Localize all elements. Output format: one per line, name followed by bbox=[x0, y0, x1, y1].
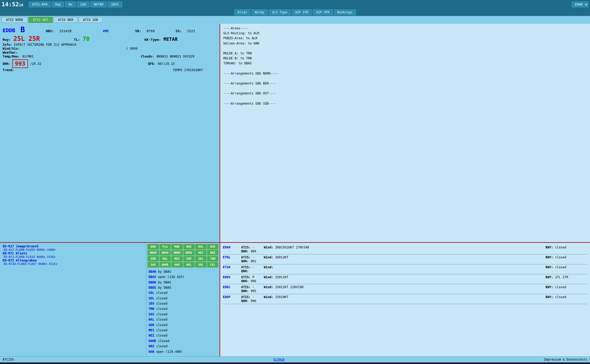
grid-btn-ose[interactable]: OSE bbox=[207, 244, 219, 249]
grid-btn-hrz[interactable]: HRZ bbox=[207, 250, 219, 255]
grid-btn-dbbn[interactable]: DBBN bbox=[171, 250, 183, 255]
grid-status-value: open (126.425) bbox=[156, 275, 184, 279]
nav-atis-afw[interactable]: ATIS-AFW bbox=[29, 2, 51, 7]
grid-status-name: CEL bbox=[149, 291, 154, 295]
nav-notam[interactable]: NOTAM bbox=[90, 2, 107, 7]
grid-status-name: DBAN bbox=[149, 270, 156, 274]
nav-idvs[interactable]: IDVS bbox=[108, 2, 122, 7]
clock-hours: 14 bbox=[2, 1, 9, 8]
weather-label: Weather: bbox=[3, 51, 18, 54]
grid-status-value: by DBAS bbox=[156, 281, 171, 284]
clouds-value: BKN015 BKN021 OVC029 bbox=[157, 55, 195, 58]
grid-btn-sol[interactable]: SOL bbox=[195, 262, 207, 268]
grid-btn-trn[interactable]: TRN bbox=[207, 256, 219, 261]
info-panel: ----Areas----GLX-Routing: to ALRPOBZU-Ar… bbox=[220, 24, 590, 242]
footer-github-link[interactable]: GitHub bbox=[273, 358, 285, 361]
nav-map[interactable]: Map bbox=[52, 2, 64, 7]
grid-status-value: by DBAS bbox=[156, 286, 171, 289]
grid-btn-sal[interactable]: SAL bbox=[195, 256, 207, 261]
sector-selector[interactable]: EDWW bbox=[572, 2, 588, 7]
grid-btn-hrz[interactable]: HRZ bbox=[183, 244, 195, 249]
grid-status-value: closed bbox=[154, 312, 168, 316]
grid-btn-hame[interactable]: HAME bbox=[160, 262, 171, 268]
station-rwy: RWY: closed bbox=[546, 295, 587, 299]
tab-atis-nord[interactable]: ATIS NORD bbox=[2, 17, 27, 23]
grid-btn-hei[interactable]: HEI bbox=[195, 250, 207, 255]
footer: ATCISS GitHub Impressum & Datenschutz bbox=[0, 356, 590, 362]
grid-status-value: closed bbox=[154, 307, 168, 311]
ss-value: 1521 bbox=[187, 29, 195, 33]
grid-btn-flg[interactable]: FLG bbox=[160, 244, 171, 249]
obs-label: OBS: bbox=[46, 29, 54, 33]
station-info: ATIS: - Wind: 36012KTQNH: 992 bbox=[241, 255, 543, 263]
station-atis-row: ATIS: - Wind: bbox=[241, 265, 543, 269]
grid-status-name: HAL bbox=[149, 318, 154, 321]
grid-status-item: HAN open (119.490) bbox=[149, 349, 217, 354]
station-info: ATIS: - Wind: QNH: bbox=[241, 265, 543, 273]
atis-letter: B bbox=[20, 25, 25, 34]
windvis-value: / 9999 bbox=[126, 47, 137, 50]
station-atis-row: ATIS: P Wind: 25011KT bbox=[241, 275, 543, 279]
qnh-label: QNH: bbox=[3, 62, 10, 66]
info-line: TORGAU: to DBAS bbox=[223, 61, 587, 66]
grid-btn-han[interactable]: HAN bbox=[171, 262, 183, 268]
info-line: ----Areas---- bbox=[223, 26, 587, 31]
grid-btn-dbds[interactable]: DBDS bbox=[183, 250, 195, 255]
route-detail: ED-R17:FL060-FL059 0600z-1600z bbox=[4, 248, 144, 252]
grid-btn-hal[interactable]: HAL bbox=[160, 256, 171, 261]
clouds-label: Clouds: bbox=[141, 55, 154, 58]
routes-panel: ED-R17 JaegerbrueckED-R17:FL060-FL059 06… bbox=[0, 243, 146, 356]
grid-btn-spe[interactable]: SPE bbox=[183, 256, 195, 261]
info-line bbox=[223, 66, 587, 71]
station-row: EDDCATIS: - Wind: 25012KT 220V290QNH: 99… bbox=[223, 284, 587, 294]
grid-status-value: closed bbox=[154, 323, 168, 327]
grid-status-item: GER closed bbox=[149, 322, 217, 328]
station-rwy: RWY: closed bbox=[546, 265, 587, 269]
grid-btn-cel[interactable]: CEL bbox=[207, 262, 219, 268]
info-line bbox=[223, 76, 587, 81]
nav-wx[interactable]: Wx bbox=[65, 2, 76, 7]
grid-buttons: BORFLGMARHRZHVLOSEDBANDBASDBBNDBDSHEIHRZ… bbox=[148, 244, 218, 268]
stations-panel: EDAHATIS: - Wind: 36015G26KT 270V340QNH:… bbox=[220, 243, 590, 356]
info-line: MULDE A: to TRN bbox=[223, 51, 587, 56]
grid-btn-hol[interactable]: HOL bbox=[183, 262, 195, 268]
grid-btn-dbas[interactable]: DBAS bbox=[160, 250, 171, 255]
grid-status-value: closed bbox=[154, 344, 168, 348]
grid-btn-dban[interactable]: DBAN bbox=[148, 250, 159, 255]
nav-loa[interactable]: LOA bbox=[77, 2, 89, 7]
grid-btn-bor[interactable]: BOR bbox=[148, 244, 159, 249]
station-info: ATIS: - Wind: 25012KT 220V290QNH: 995 bbox=[241, 285, 543, 293]
grid-status-name: GER bbox=[149, 323, 154, 327]
grid-btn-mei[interactable]: MEI bbox=[171, 256, 183, 261]
info-line: MULDE B: to TRN bbox=[223, 56, 587, 61]
grid-btn-mar[interactable]: MAR bbox=[171, 244, 183, 249]
tab-atis-ber[interactable]: ATIS BER bbox=[54, 17, 78, 23]
airport-code: EDDB bbox=[3, 27, 15, 33]
tab-atis-sued[interactable]: ATIS SÜD bbox=[79, 17, 103, 23]
nav-bookings[interactable]: Bookings bbox=[334, 9, 356, 15]
grid-status-value: by DBAS bbox=[156, 270, 171, 274]
grid-status-value: closed bbox=[154, 302, 168, 305]
grid-btn-hvl[interactable]: HVL bbox=[195, 244, 207, 249]
nav-aip-ifr[interactable]: AIP IFR bbox=[292, 9, 312, 15]
qnh-extra: /29.32 bbox=[30, 62, 41, 66]
nav-ac-type[interactable]: A/C-Type bbox=[269, 9, 291, 15]
grid-status-item: HRZ closed bbox=[149, 344, 217, 349]
grid-status-name: JEV bbox=[149, 302, 154, 305]
grid-status-area: DBAN by DBASDBAS open (126.425)DBDN by D… bbox=[148, 268, 218, 355]
info-line bbox=[223, 96, 587, 101]
grid-status-name: HEI bbox=[149, 334, 154, 337]
tab-atis-ost[interactable]: ATIS OST bbox=[29, 17, 53, 23]
stations-list: EDAHATIS: - Wind: 36015G26KT 270V340QNH:… bbox=[223, 244, 587, 304]
grid-status-name: TRN bbox=[149, 307, 154, 311]
grid-status-name: SOL bbox=[149, 297, 154, 300]
top-nav-bar: 14:5218 ATIS-AFW Map Wx LOA NOTAM IDVS E… bbox=[0, 0, 590, 9]
grid-btn-ger[interactable]: GER bbox=[148, 256, 159, 261]
grid-status-item: DBDN by DBAS bbox=[149, 280, 217, 285]
grid-btn-sas[interactable]: SAS bbox=[148, 262, 159, 268]
grid-status-name: MEI bbox=[149, 328, 154, 332]
nav-windy[interactable]: Windy bbox=[252, 9, 268, 15]
nav-alias[interactable]: Alias bbox=[234, 9, 251, 15]
info-line bbox=[223, 46, 587, 51]
nav-aip-vfr[interactable]: AIP VFR bbox=[313, 9, 333, 15]
